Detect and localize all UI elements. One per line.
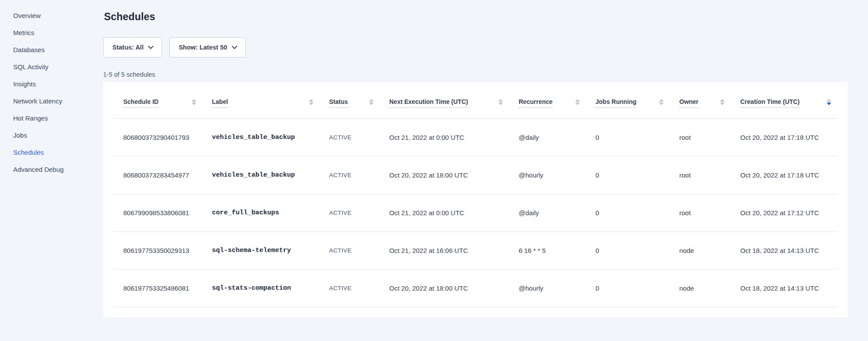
- sidebar-item-databases[interactable]: Databases: [0, 41, 103, 58]
- sort-icon[interactable]: [827, 99, 831, 105]
- creation-time-cell: Oct 18, 2022 at 14:13 UTC: [731, 231, 837, 269]
- jobs-running-cell: 0: [586, 118, 670, 156]
- label-cell: vehicles_table_backup: [202, 118, 319, 156]
- column-header-recurrence[interactable]: Recurrence: [509, 82, 586, 118]
- jobs-running-cell: 0: [586, 269, 670, 307]
- status-cell: ACTIVE: [319, 269, 380, 307]
- sort-down-icon: [827, 103, 831, 105]
- sort-icon[interactable]: [369, 99, 373, 105]
- recurrence-cell: 6 16 * * 5: [509, 231, 586, 269]
- column-header-owner[interactable]: Owner: [670, 82, 731, 118]
- sort-up-icon: [192, 99, 196, 102]
- schedule-id-cell: 806800373290401793: [114, 118, 202, 156]
- column-header-label[interactable]: Label: [202, 82, 319, 118]
- status-filter-dropdown[interactable]: Status: All: [103, 37, 162, 57]
- sidebar-item-insights[interactable]: Insights: [0, 75, 103, 92]
- sidebar-item-advanced-debug[interactable]: Advanced Debug: [0, 161, 103, 178]
- sort-icon[interactable]: [659, 99, 664, 105]
- sort-up-icon: [720, 99, 725, 102]
- sidebar: Overview Metrics Databases SQL Activity …: [0, 0, 103, 341]
- label-cell: vehicles_table_backup: [202, 156, 319, 194]
- sort-up-icon: [309, 99, 313, 102]
- sidebar-item-overview[interactable]: Overview: [0, 7, 103, 24]
- status-cell: ACTIVE: [319, 231, 380, 269]
- column-label: Schedule ID: [123, 98, 158, 108]
- creation-time-cell: Oct 20, 2022 at 17:18 UTC: [731, 156, 837, 194]
- schedule-id-cell: 806197753325486081: [114, 269, 202, 307]
- table-row[interactable]: 806800373290401793 vehicles_table_backup…: [114, 118, 837, 156]
- sort-up-icon: [827, 99, 831, 102]
- column-header-next-execution-time[interactable]: Next Execution Time (UTC): [380, 82, 509, 118]
- column-label: Label: [212, 98, 228, 108]
- column-header-status[interactable]: Status: [319, 82, 380, 118]
- filter-bar: Status: All Show: Latest 50: [103, 37, 868, 57]
- column-label: Creation Time (UTC): [740, 98, 800, 108]
- sort-down-icon: [575, 103, 580, 105]
- owner-cell: node: [670, 269, 731, 307]
- sort-icon[interactable]: [192, 99, 196, 105]
- next-execution-cell: Oct 21, 2022 at 0:00 UTC: [380, 118, 509, 156]
- sort-up-icon: [499, 99, 503, 102]
- chevron-down-icon: [232, 43, 237, 49]
- sort-down-icon: [720, 103, 725, 105]
- owner-cell: root: [670, 118, 731, 156]
- chevron-down-icon: [148, 43, 154, 49]
- schedule-id-cell: 806800373283454977: [114, 156, 202, 194]
- status-cell: ACTIVE: [319, 194, 380, 231]
- results-count: 1-5 of 5 schedules: [103, 71, 868, 78]
- sidebar-item-schedules[interactable]: Schedules: [0, 144, 103, 161]
- schedules-table-card: Schedule ID Label Status: [103, 82, 848, 317]
- sort-icon[interactable]: [309, 99, 313, 105]
- sidebar-item-network-latency[interactable]: Network Latency: [0, 92, 103, 110]
- recurrence-cell: @daily: [509, 118, 586, 156]
- sort-down-icon: [499, 103, 503, 105]
- sort-up-icon: [369, 99, 373, 102]
- sort-icon[interactable]: [720, 99, 725, 105]
- column-label: Jobs Running: [595, 98, 636, 108]
- show-filter-label: Show: Latest 50: [179, 44, 227, 51]
- show-filter-dropdown[interactable]: Show: Latest 50: [169, 37, 245, 57]
- status-cell: ACTIVE: [319, 156, 380, 194]
- recurrence-cell: @daily: [509, 194, 586, 231]
- column-header-schedule-id[interactable]: Schedule ID: [114, 82, 202, 118]
- sort-down-icon: [659, 103, 664, 105]
- table-row[interactable]: 806197753350029313 sql-schema-telemetry …: [114, 231, 837, 269]
- sort-icon[interactable]: [575, 99, 580, 105]
- sort-down-icon: [369, 103, 373, 105]
- column-header-jobs-running[interactable]: Jobs Running: [586, 82, 670, 118]
- status-cell: ACTIVE: [319, 118, 380, 156]
- owner-cell: root: [670, 194, 731, 231]
- table-row[interactable]: 806799098533806081 core_full_backups ACT…: [114, 194, 837, 231]
- page-title: Schedules: [104, 11, 868, 23]
- sidebar-item-hot-ranges[interactable]: Hot Ranges: [0, 110, 103, 127]
- column-label: Next Execution Time (UTC): [389, 98, 468, 108]
- label-cell: sql-stats-compaction: [202, 269, 319, 307]
- column-label: Owner: [679, 98, 699, 108]
- table-row[interactable]: 806197753325486081 sql-stats-compaction …: [114, 269, 837, 307]
- sort-up-icon: [659, 99, 664, 102]
- label-cell: core_full_backups: [202, 194, 319, 231]
- next-execution-cell: Oct 20, 2022 at 18:00 UTC: [380, 269, 509, 307]
- status-filter-label: Status: All: [112, 44, 143, 51]
- column-header-creation-time[interactable]: Creation Time (UTC): [731, 82, 837, 118]
- creation-time-cell: Oct 18, 2022 at 14:13 UTC: [731, 269, 837, 307]
- sidebar-item-jobs[interactable]: Jobs: [0, 127, 103, 144]
- next-execution-cell: Oct 21, 2022 at 16:06 UTC: [380, 231, 509, 269]
- sidebar-item-sql-activity[interactable]: SQL Activity: [0, 58, 103, 75]
- label-cell: sql-schema-telemetry: [202, 231, 319, 269]
- schedules-table: Schedule ID Label Status: [114, 82, 837, 307]
- table-row[interactable]: 806800373283454977 vehicles_table_backup…: [114, 156, 837, 194]
- next-execution-cell: Oct 20, 2022 at 18:00 UTC: [380, 156, 509, 194]
- jobs-running-cell: 0: [586, 231, 670, 269]
- next-execution-cell: Oct 21, 2022 at 0:00 UTC: [380, 194, 509, 231]
- sidebar-item-metrics[interactable]: Metrics: [0, 24, 103, 41]
- owner-cell: node: [670, 231, 731, 269]
- jobs-running-cell: 0: [586, 194, 670, 231]
- sort-icon[interactable]: [499, 99, 503, 105]
- sort-down-icon: [192, 103, 196, 105]
- sort-up-icon: [575, 99, 580, 102]
- column-label: Status: [329, 98, 348, 108]
- owner-cell: root: [670, 156, 731, 194]
- creation-time-cell: Oct 20, 2022 at 17:18 UTC: [731, 118, 837, 156]
- recurrence-cell: @hourly: [509, 156, 586, 194]
